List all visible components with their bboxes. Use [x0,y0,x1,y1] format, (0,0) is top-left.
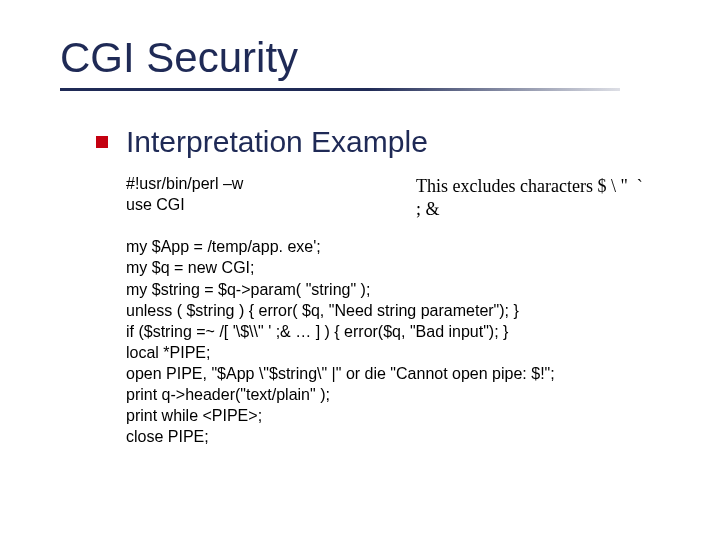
code-body: my $App = /temp/app. exe'; my $q = new C… [126,215,716,447]
slide-title: CGI Security [60,34,720,82]
slide: CGI Security Interpretation Example #!us… [0,0,720,540]
title-underline [60,88,620,91]
subtitle-row: Interpretation Example [96,125,720,159]
title-block: CGI Security [60,34,720,119]
bullet-icon [96,136,108,148]
slide-subtitle: Interpretation Example [126,125,428,159]
side-note: This excludes characters $ \ " ` ; & [416,175,716,220]
slide-body: #!usr/bin/perl –w use CGI This excludes … [126,173,716,447]
